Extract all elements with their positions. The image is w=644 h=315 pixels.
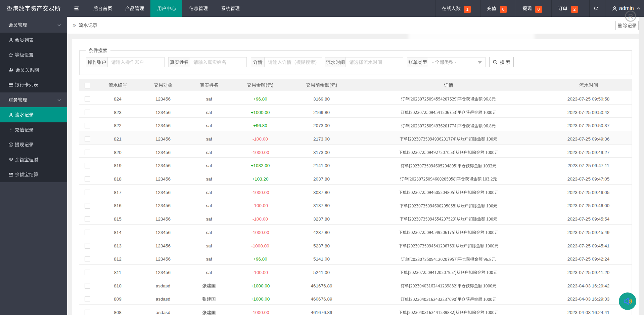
svg-text:R: R [628,12,633,20]
